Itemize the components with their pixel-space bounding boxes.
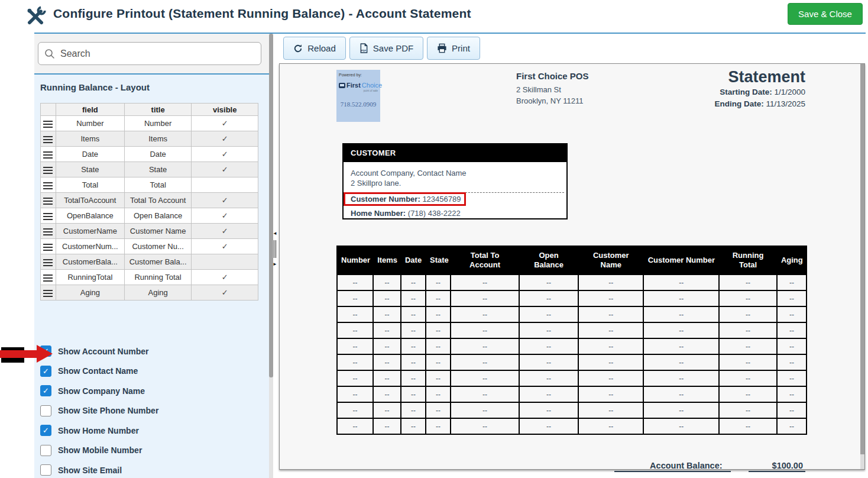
statement-cell: -- [337,290,373,306]
layout-row: CustomerBala...Customer Bala... [41,254,258,270]
show-option-row[interactable]: ✓Show Company Name [40,385,259,396]
pdf-file-icon: PDF [359,43,368,53]
show-option-label: Show Mobile Number [58,445,142,455]
customer-box: CUSTOMER Account Company, Contact Name 2… [342,143,568,219]
statement-cell: -- [578,274,643,290]
drag-handle-icon[interactable] [41,239,56,254]
visible-check-icon[interactable]: ✓ [192,224,258,239]
layout-section-title: Running Balance - Layout [40,82,150,92]
statement-cell: -- [643,306,719,322]
preview-scrollbar-thumb[interactable] [860,64,864,454]
show-option-row[interactable]: ✓Show Account Number [40,345,259,357]
splitter-grip-icon[interactable] [274,240,276,258]
search-input[interactable] [60,49,255,59]
drag-handle-icon[interactable] [41,285,56,301]
save-close-button[interactable]: Save & Close [788,3,863,25]
visible-check-icon[interactable]: ✓ [192,193,258,208]
visible-check-icon[interactable]: ✓ [192,270,258,285]
reload-label: Reload [307,43,336,53]
statement-cell: -- [337,338,373,354]
checkbox-unchecked[interactable] [40,445,51,456]
annotation-arrow-shaft [0,350,37,358]
statement-col-header: State [426,246,451,274]
drag-handle-icon[interactable] [41,131,56,147]
layout-field-cell: State [56,162,124,177]
statement-cell: -- [719,338,777,354]
drag-handle-icon[interactable] [41,162,56,177]
statement-cell: -- [777,274,807,290]
show-option-label: Show Home Number [58,426,139,435]
statement-cell: -- [373,402,401,418]
visible-check-icon[interactable]: ✓ [192,131,258,147]
statement-cell: -- [373,370,401,386]
checkbox-checked[interactable]: ✓ [40,385,51,396]
statement-cell: -- [777,306,807,322]
drag-handle-icon[interactable] [41,270,56,285]
statement-cell: -- [578,338,643,354]
visible-check-icon[interactable]: ✓ [192,208,258,224]
company-address1: 2 Skillman St [516,84,589,95]
statement-cell: -- [426,290,451,306]
layout-title-cell: Customer Name [124,224,192,239]
save-pdf-button[interactable]: PDF Save PDF [349,37,423,60]
statement-cell: -- [337,306,373,322]
preview-scrollbar[interactable] [860,64,864,469]
statement-cell: -- [337,274,373,290]
visible-check-icon[interactable]: ✓ [192,162,258,177]
checkbox-unchecked[interactable] [40,464,51,476]
checkbox-unchecked[interactable] [40,405,51,416]
drag-handle-icon[interactable] [41,177,56,193]
drag-handle-icon[interactable] [41,147,56,162]
statement-cell: -- [373,274,401,290]
layout-title-cell: Open Balance [124,208,192,224]
show-option-row[interactable]: Show Mobile Number [40,445,259,456]
account-balance-value: $100.00 [749,461,805,472]
layout-table: field title visible NumberNumber✓ItemsIt… [40,103,258,301]
show-option-row[interactable]: ✓Show Contact Name [40,366,259,377]
statement-cell: -- [337,402,373,418]
statement-cell: -- [373,338,401,354]
panel-splitter[interactable]: ◄ ► [271,231,278,276]
drag-handle-icon[interactable] [41,116,56,131]
drag-handle-icon[interactable] [41,224,56,239]
statement-cell: -- [401,274,426,290]
statement-cell: -- [451,402,519,418]
statement-cell: -- [643,290,719,306]
statement-cell: -- [426,322,451,338]
checkbox-checked[interactable]: ✓ [40,366,51,377]
layout-title-cell: Customer Nu... [124,239,192,254]
visible-empty-cell[interactable] [192,177,258,193]
reload-button[interactable]: Reload [283,37,346,60]
splitter-left-icon[interactable]: ◄ [271,231,278,237]
sidebar-scrollbar-thumb[interactable] [269,34,273,377]
statement-cell: -- [643,418,719,434]
statement-cell: -- [578,306,643,322]
drag-handle-icon[interactable] [41,208,56,224]
statement-cell: -- [519,418,578,434]
search-box[interactable] [38,42,261,65]
visible-check-icon[interactable]: ✓ [192,285,258,301]
drag-handle-icon[interactable] [41,193,56,208]
checkbox-checked[interactable]: ✓ [40,425,51,436]
statement-col-header: Date [401,246,426,274]
splitter-right-icon[interactable]: ► [271,261,278,267]
search-icon [44,49,55,59]
statement-cell: -- [578,402,643,418]
show-option-row[interactable]: Show Site Email [40,464,259,476]
layout-title-cell: Date [124,147,192,162]
drag-handle-icon[interactable] [41,254,56,270]
visible-check-icon[interactable]: ✓ [192,147,258,162]
customer-box-header: CUSTOMER [344,144,566,162]
show-option-row[interactable]: Show Site Phone Number [40,405,259,416]
visible-check-icon[interactable]: ✓ [192,239,258,254]
home-number-label: Home Number: [351,209,406,218]
statement-cell: -- [337,370,373,386]
visible-empty-cell[interactable] [192,254,258,270]
statement-cell: -- [337,386,373,402]
save-pdf-label: Save PDF [373,43,413,53]
statement-cell: -- [519,306,578,322]
show-option-row[interactable]: ✓Show Home Number [40,425,259,436]
print-button[interactable]: Print [427,37,480,60]
visible-check-icon[interactable]: ✓ [192,116,258,131]
layout-row: CustomerNameCustomer Name✓ [41,224,258,239]
